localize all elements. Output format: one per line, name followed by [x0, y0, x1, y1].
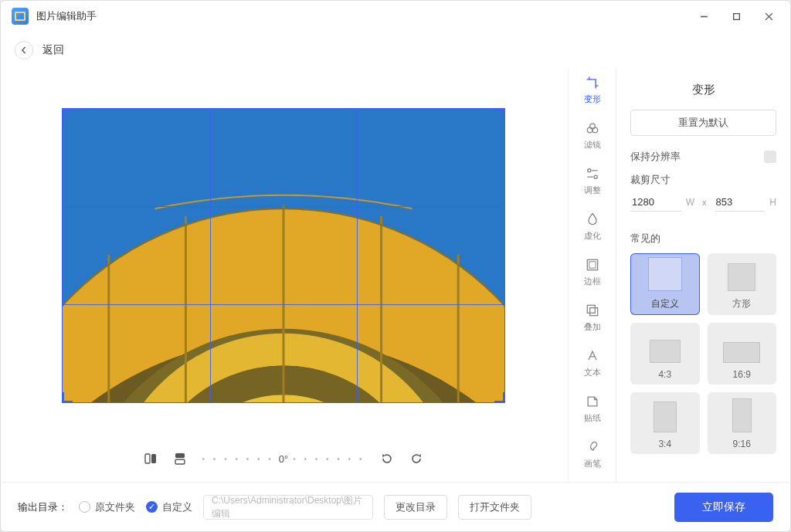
canvas-area: • • • • • • • 0° • • • • • • •	[1, 69, 568, 482]
svg-rect-20	[587, 305, 595, 313]
tool-filter[interactable]: 滤镜	[569, 119, 616, 152]
crop-handle-br[interactable]	[493, 391, 505, 403]
grid-line	[357, 109, 358, 402]
slider-dots: • • • • • • •	[293, 455, 365, 463]
image-preview	[63, 109, 504, 402]
svg-point-16	[594, 175, 597, 178]
canvas-box	[22, 69, 545, 442]
preset-square[interactable]: 方形	[708, 253, 777, 315]
back-button[interactable]	[15, 41, 33, 59]
height-input[interactable]	[715, 193, 766, 212]
crop-handle-tr[interactable]	[493, 108, 505, 120]
svg-rect-8	[151, 454, 156, 463]
crop-size-label: 裁剪尺寸	[630, 173, 776, 187]
flip-vertical-icon[interactable]	[173, 452, 187, 466]
preset-9-16[interactable]: 9:16	[708, 392, 777, 454]
svg-point-13	[592, 127, 598, 133]
body: • • • • • • • 0° • • • • • • • 变形 滤镜 调整 …	[1, 69, 790, 482]
crop-handle-tl[interactable]	[62, 108, 74, 120]
rotation-value: 0°	[279, 453, 288, 465]
svg-point-12	[587, 127, 592, 133]
app-window: 图片编辑助手 返回	[0, 0, 791, 532]
maximize-button[interactable]	[721, 5, 752, 27]
rotate-toolbar: • • • • • • • 0° • • • • • • •	[22, 442, 545, 476]
svg-rect-19	[589, 262, 595, 268]
panel-title: 变形	[630, 78, 776, 110]
common-presets-label: 常见的	[630, 232, 776, 246]
open-folder-button[interactable]: 打开文件夹	[458, 495, 531, 520]
change-folder-button[interactable]: 更改目录	[384, 495, 447, 520]
crop-size-row: W x H	[630, 193, 776, 212]
flip-horizontal-icon[interactable]	[144, 452, 158, 466]
preset-3-4[interactable]: 3:4	[630, 392, 700, 454]
tool-overlay[interactable]: 叠加	[569, 301, 616, 334]
save-button[interactable]: 立即保存	[674, 493, 773, 522]
rotate-left-icon[interactable]	[380, 452, 394, 466]
app-title: 图片编辑助手	[36, 9, 97, 23]
tool-adjust[interactable]: 调整	[569, 164, 616, 198]
height-unit: H	[769, 197, 776, 208]
tool-border[interactable]: 边框	[569, 256, 616, 289]
tool-transform[interactable]: 变形	[569, 73, 616, 107]
output-label: 输出目录：	[18, 500, 68, 514]
keep-resolution-checkbox[interactable]	[764, 151, 776, 163]
slider-dots: • • • • • • •	[202, 455, 274, 463]
dimension-separator: x	[702, 198, 707, 207]
preset-4-3[interactable]: 4:3	[630, 323, 700, 385]
keep-resolution-label: 保持分辨率	[630, 150, 681, 164]
tool-sticker[interactable]: 贴纸	[569, 392, 616, 425]
grid-line	[210, 109, 211, 402]
svg-rect-21	[589, 308, 597, 316]
grid-line	[63, 304, 504, 305]
rotate-right-icon[interactable]	[409, 452, 423, 466]
keep-resolution-row: 保持分辨率	[630, 150, 776, 164]
width-unit: W	[686, 197, 694, 208]
rotation-slider[interactable]: • • • • • • • 0° • • • • • • •	[202, 453, 365, 465]
svg-rect-1	[733, 13, 739, 19]
tool-strip: 变形 滤镜 调整 虚化 边框 叠加 文本 贴纸 画笔	[568, 69, 616, 482]
svg-rect-9	[175, 453, 185, 458]
tool-blur[interactable]: 虚化	[569, 210, 616, 243]
reset-button[interactable]: 重置为默认	[630, 110, 776, 136]
preset-16-9[interactable]: 16:9	[708, 323, 777, 385]
tool-text[interactable]: 文本	[569, 347, 616, 380]
svg-rect-7	[145, 454, 150, 463]
crop-frame[interactable]	[62, 108, 505, 403]
crop-handle-bl[interactable]	[62, 391, 74, 403]
preset-custom[interactable]: 自定义	[630, 253, 700, 315]
radio-custom-folder[interactable]: 自定义	[146, 500, 192, 514]
header-row: 返回	[1, 32, 790, 69]
footer: 输出目录： 原文件夹 自定义 C:\Users\Administrator\De…	[1, 482, 790, 531]
back-label: 返回	[42, 43, 64, 57]
output-path: C:\Users\Administrator\Desktop\图片编辑	[203, 495, 373, 520]
width-input[interactable]	[630, 193, 681, 212]
minimize-button[interactable]	[688, 5, 719, 27]
radio-original-folder[interactable]: 原文件夹	[79, 500, 135, 514]
titlebar: 图片编辑助手	[1, 1, 790, 32]
svg-rect-10	[175, 459, 185, 464]
preset-grid: 自定义 方形 4:3 16:9 3:4 9:16	[630, 253, 776, 454]
svg-point-14	[587, 169, 590, 172]
tool-brush[interactable]: 画笔	[569, 438, 616, 471]
close-button[interactable]	[753, 5, 784, 27]
app-logo-icon	[12, 8, 29, 25]
side-panel: 变形 重置为默认 保持分辨率 裁剪尺寸 W x H 常见的 自定义 方形 4:3…	[616, 69, 790, 482]
window-controls	[688, 5, 784, 27]
grid-line	[63, 206, 504, 207]
